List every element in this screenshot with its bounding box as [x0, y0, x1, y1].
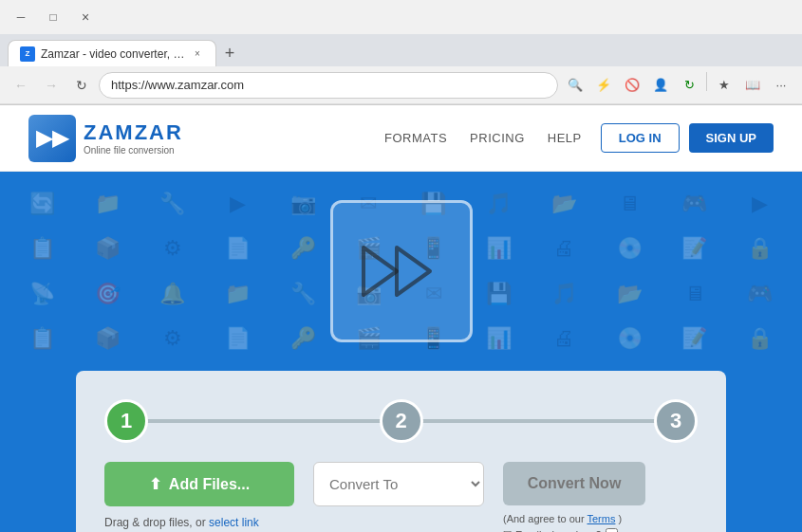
tab-close-button[interactable]: × [191, 47, 204, 61]
bg-icon-17: 🔑 [270, 227, 336, 272]
menu-button[interactable]: ··· [768, 72, 794, 99]
bg-icon-23: 📝 [662, 227, 728, 272]
convert-to-select[interactable]: Convert To MP4 MP3 PDF JPG PNG GIF AVI M… [313, 462, 484, 506]
bg-icon-47: 📝 [662, 317, 728, 362]
bg-icon-2: 📁 [75, 181, 140, 227]
bg-icon-48: 🔒 [727, 317, 793, 362]
step-1-circle: 1 [104, 399, 148, 443]
toolbar-separator [706, 72, 707, 91]
logo-brand: ZAMZAR [84, 120, 183, 145]
signup-button[interactable]: SIGN UP [689, 123, 774, 153]
tab-favicon: Z [20, 46, 35, 62]
bg-icon-9: 📂 [532, 181, 597, 227]
hero-center [330, 200, 473, 342]
drag-hint: Drag & drop files, or select link Max. f… [104, 514, 273, 532]
bg-icon-3: 🔧 [140, 181, 206, 227]
bg-icon-21: 🖨 [532, 227, 597, 272]
upload-icon: ⬆ [149, 475, 161, 493]
agree-text: (And agree to our [503, 513, 585, 524]
controls-row: ⬆ Add Files... Drag & drop files, or sel… [104, 462, 698, 532]
bg-icon-10: 🖥 [597, 181, 662, 227]
extension-icon[interactable]: ⚡ [590, 72, 617, 99]
drag-text: Drag & drop files, or [104, 516, 206, 529]
step-connector-1-2 [146, 419, 382, 423]
window-controls: ─ □ × [8, 4, 99, 30]
search-icon[interactable]: 🔍 [562, 72, 588, 99]
terms-link[interactable]: Terms [587, 513, 615, 524]
bg-icon-26: 🎯 [75, 271, 140, 317]
toolbar-icons: 🔍 ⚡ 🚫 👤 ↻ ★ 📖 ··· [562, 72, 794, 99]
bg-icon-20: 📊 [466, 227, 532, 272]
bg-icon-46: 💿 [597, 317, 662, 362]
bg-icon-37: 📋 [9, 317, 75, 362]
bg-icon-35: 🖥 [662, 271, 728, 317]
favorites-icon[interactable]: ★ [711, 72, 737, 99]
bg-icon-12: ▶ [727, 181, 793, 227]
nav-link-formats[interactable]: FORMATS [384, 131, 447, 145]
step-2-circle: 2 [380, 399, 423, 443]
person-icon[interactable]: 👤 [647, 72, 674, 99]
title-bar: ─ □ × [0, 0, 802, 34]
step-1-col: ⬆ Add Files... Drag & drop files, or sel… [104, 462, 294, 532]
select-link[interactable]: select link [209, 516, 259, 529]
bg-icon-33: 🎵 [532, 271, 597, 317]
hero-section: 🔄 📁 🔧 ▶ 📷 ✉ 💾 🎵 📂 🖥 🎮 ▶ 📋 📦 ⚙ 📄 🔑 🎬 📱 📊 … [0, 172, 802, 371]
bg-icon-11: 🎮 [662, 181, 728, 227]
tab-title: Zamzar - video converter, audio [41, 47, 185, 61]
nav-link-pricing[interactable]: PRICING [470, 131, 525, 145]
bg-icon-22: 💿 [597, 227, 662, 272]
email-checkbox[interactable] [606, 528, 618, 532]
forward-button[interactable]: → [38, 72, 65, 99]
svg-marker-1 [397, 248, 430, 295]
play-arrows-icon [354, 238, 449, 304]
logo-text-area: ZAMZAR Online file conversion [84, 120, 183, 156]
bg-icon-5: 📷 [270, 181, 336, 227]
conversion-area: 1 2 3 ⬆ Add Files... [0, 371, 802, 532]
bg-icon-4: ▶ [205, 181, 270, 227]
back-button[interactable]: ← [8, 72, 34, 99]
bg-icon-38: 📦 [75, 317, 140, 362]
active-tab[interactable]: Z Zamzar - video converter, audio × [8, 40, 216, 66]
address-bar: ← → ↻ 🔍 ⚡ 🚫 👤 ↻ ★ 📖 ··· [0, 66, 802, 104]
bg-icon-36: 🎮 [727, 271, 793, 317]
bg-icon-44: 📊 [466, 317, 532, 362]
bg-icon-15: ⚙ [140, 227, 206, 272]
reading-icon[interactable]: 📖 [739, 72, 766, 99]
add-files-button[interactable]: ⬆ Add Files... [104, 462, 294, 506]
svg-marker-0 [364, 248, 397, 295]
bg-icon-25: 📡 [9, 271, 75, 317]
logo-icon: ▶▶ [28, 115, 76, 162]
steps-container: 1 2 3 ⬆ Add Files... [76, 371, 726, 532]
agree-close: ) [619, 513, 623, 524]
url-input[interactable] [99, 72, 558, 99]
bg-icon-14: 📦 [75, 227, 140, 272]
play-box [330, 200, 473, 342]
step-2-col: Convert To MP4 MP3 PDF JPG PNG GIF AVI M… [313, 462, 484, 506]
logo-tagline: Online file conversion [84, 145, 183, 156]
sync-icon[interactable]: ↻ [676, 72, 702, 99]
bg-icon-28: 📁 [205, 271, 270, 317]
maximize-button[interactable]: □ [40, 4, 66, 30]
steps-line: 1 2 3 [104, 399, 698, 443]
close-button[interactable]: × [72, 4, 99, 30]
bg-icon-8: 🎵 [466, 181, 532, 227]
bg-icon-45: 🖨 [532, 317, 597, 362]
bg-icon-39: ⚙ [140, 317, 206, 362]
bg-icon-16: 📄 [205, 227, 270, 272]
refresh-button[interactable]: ↻ [68, 72, 95, 99]
bg-icon-1: 🔄 [9, 181, 75, 227]
bg-icon-34: 📂 [597, 271, 662, 317]
minimize-button[interactable]: ─ [8, 4, 34, 30]
shield-icon[interactable]: 🚫 [619, 72, 645, 99]
convert-agree: (And agree to our Terms ) [503, 513, 622, 524]
browser-chrome: ─ □ × Z Zamzar - video converter, audio … [0, 0, 802, 105]
login-button[interactable]: LOG IN [601, 123, 680, 153]
new-tab-button[interactable]: + [216, 40, 243, 66]
add-files-label: Add Files... [169, 476, 250, 493]
email-row: ✉ Email when done? [503, 528, 618, 532]
nav-links: FORMATS PRICING HELP [384, 131, 582, 145]
nav-link-help[interactable]: HELP [548, 131, 582, 145]
bg-icon-27: 🔔 [140, 271, 206, 317]
convert-now-button[interactable]: Convert Now [503, 462, 645, 505]
bg-icon-29: 🔧 [270, 271, 336, 317]
